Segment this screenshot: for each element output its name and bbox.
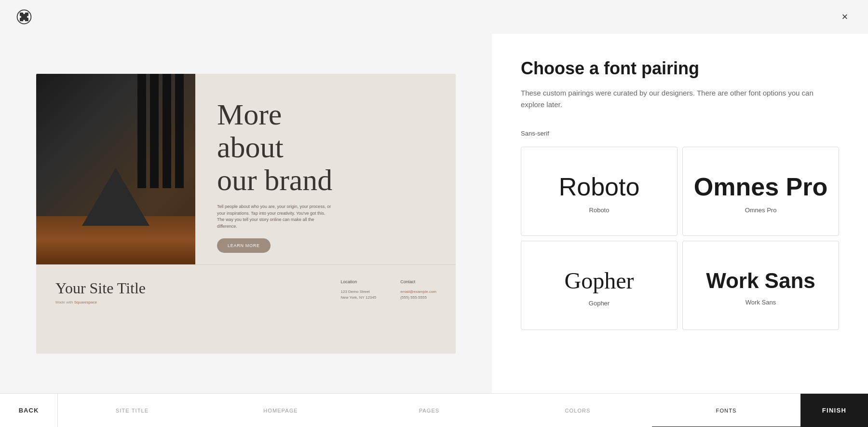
header: × [0, 0, 868, 34]
svg-rect-0 [20, 13, 23, 16]
preview-footer: Your Site Title Made with Squarespace Lo… [36, 264, 456, 354]
font-grid: Roboto Roboto Omnes Pro Omnes Pro Gopher… [521, 147, 839, 330]
finish-button[interactable]: FINISH [800, 394, 868, 427]
footer-made-with: Made with Squarespace [55, 300, 146, 304]
section-label-sans-serif: Sans-serif [521, 130, 839, 137]
footer-site-title: Your Site Title [55, 279, 146, 297]
preview-body-text: Tell people about who you are, your orig… [217, 204, 333, 230]
nav-step-homepage[interactable]: HOMEPAGE [206, 394, 355, 427]
nav-step-fonts[interactable]: FONTS [652, 394, 800, 427]
font-card-omnes-pro[interactable]: Omnes Pro Omnes Pro [682, 147, 839, 236]
contact-title: Contact [400, 279, 436, 284]
contact-info: email@example.com (555) 555-5555 [400, 289, 436, 302]
panel-subtitle: These custom pairings were curated by ou… [521, 87, 839, 110]
nav-step-pages[interactable]: PAGES [355, 394, 503, 427]
font-label-work-sans: Work Sans [746, 299, 776, 306]
learn-more-button[interactable]: LEARN MORE [217, 238, 271, 253]
font-display-roboto: Roboto [559, 174, 640, 199]
font-display-omnes-pro: Omnes Pro [694, 174, 827, 199]
svg-rect-2 [20, 18, 23, 21]
font-card-roboto[interactable]: Roboto Roboto [521, 147, 678, 236]
location-info: 123 Demo Street New York, NY 12345 [341, 289, 377, 302]
nav-steps: SITE TITLE HOMEPAGE PAGES COLORS FONTS [58, 394, 800, 427]
back-button[interactable]: BACK [0, 394, 58, 427]
nav-step-colors[interactable]: COLORS [503, 394, 652, 427]
site-preview: More about our brand Tell people about w… [36, 74, 456, 354]
nav-step-site-title[interactable]: SITE TITLE [58, 394, 206, 427]
close-button[interactable]: × [836, 8, 854, 26]
font-display-gopher: Gopher [565, 269, 634, 292]
right-panel: Choose a font pairing These custom pairi… [492, 34, 868, 393]
font-card-work-sans[interactable]: Work Sans Work Sans [682, 241, 839, 330]
bottom-nav: BACK SITE TITLE HOMEPAGE PAGES COLORS FO… [0, 393, 868, 427]
font-label-roboto: Roboto [589, 207, 610, 214]
footer-contact: Contact email@example.com (555) 555-5555 [400, 279, 436, 302]
font-label-omnes-pro: Omnes Pro [745, 207, 777, 214]
footer-left: Your Site Title Made with Squarespace [55, 279, 146, 304]
footer-columns: Location 123 Demo Street New York, NY 12… [341, 279, 437, 302]
pyramid-shape [82, 168, 149, 226]
main-content: More about our brand Tell people about w… [0, 34, 868, 393]
font-display-work-sans: Work Sans [706, 270, 815, 291]
footer-location: Location 123 Demo Street New York, NY 12… [341, 279, 377, 302]
preview-text-area: More about our brand Tell people about w… [195, 74, 456, 264]
svg-rect-1 [25, 13, 28, 16]
preview-image [36, 74, 195, 264]
squarespace-logo [14, 7, 34, 27]
font-label-gopher: Gopher [589, 300, 610, 307]
font-card-gopher[interactable]: Gopher Gopher [521, 241, 678, 330]
svg-rect-3 [25, 18, 28, 21]
preview-hero: More about our brand Tell people about w… [36, 74, 456, 264]
location-title: Location [341, 279, 377, 284]
panel-title: Choose a font pairing [521, 58, 839, 79]
preview-heading: More about our brand [217, 98, 434, 197]
preview-panel: More about our brand Tell people about w… [0, 34, 492, 393]
squarespace-link[interactable]: Squarespace [74, 300, 97, 304]
